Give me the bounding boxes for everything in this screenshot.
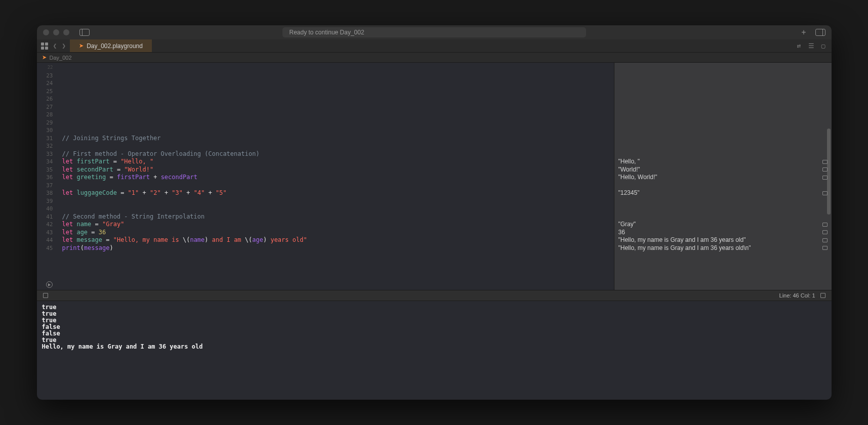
result-line xyxy=(614,95,832,103)
inline-results-icon[interactable]: ⇄ xyxy=(797,42,801,50)
results-sidebar: "Hello, ""World!""Hello, World!""12345""… xyxy=(614,63,832,290)
tab-active[interactable]: ➤ Day_002.playground xyxy=(70,39,152,52)
result-line xyxy=(614,119,832,127)
result-line xyxy=(614,111,832,119)
add-editor-icon[interactable]: ▢ xyxy=(821,42,825,50)
result-line xyxy=(614,72,832,80)
result-line: "Hello, " xyxy=(614,158,832,166)
quicklook-icon[interactable] xyxy=(822,191,828,195)
nav-back-icon[interactable]: ❮ xyxy=(53,42,57,50)
quicklook-icon[interactable] xyxy=(822,160,828,164)
result-line: "Gray" xyxy=(614,221,832,229)
quicklook-icon[interactable] xyxy=(822,167,828,172)
cursor-position: Line: 46 Col: 1 xyxy=(779,292,815,299)
result-line: "Hello, my name is Gray and I am 36 year… xyxy=(614,236,832,244)
swift-icon: ➤ xyxy=(79,42,84,49)
result-line xyxy=(614,150,832,158)
result-line xyxy=(614,135,832,143)
quicklook-icon[interactable] xyxy=(822,238,828,242)
activity-status-text: Ready to continue Day_002 xyxy=(290,29,364,36)
result-line: 36 xyxy=(614,229,832,237)
add-tab-button[interactable]: + xyxy=(801,28,806,37)
window-titlebar: Ready to continue Day_002 + xyxy=(37,25,832,39)
quicklook-icon[interactable] xyxy=(822,230,828,234)
close-window-button[interactable] xyxy=(43,29,49,35)
related-items-icon[interactable] xyxy=(41,42,48,50)
quicklook-icon[interactable] xyxy=(822,246,828,250)
code-area[interactable]: // Joining Strings Together // First met… xyxy=(57,63,614,290)
run-playground-button[interactable] xyxy=(46,281,53,288)
toggle-debug-area-icon[interactable] xyxy=(820,293,825,298)
result-line xyxy=(614,213,832,221)
result-line xyxy=(614,126,832,135)
line-number-gutter: 2223242526272829303132333435363738394041… xyxy=(37,63,57,290)
result-line xyxy=(614,182,832,190)
toggle-navigator-icon[interactable] xyxy=(79,29,90,36)
traffic-lights xyxy=(43,29,69,35)
result-line: "12345" xyxy=(614,189,832,197)
breadcrumb-item: Day_002 xyxy=(50,55,72,61)
tab-bar: ❮ ❯ ➤ Day_002.playground ⇄ ☰ ▢ xyxy=(37,39,832,53)
swift-icon: ➤ xyxy=(42,54,47,61)
activity-status-bar[interactable]: Ready to continue Day_002 xyxy=(282,27,586,37)
zoom-window-button[interactable] xyxy=(63,29,69,35)
quicklook-icon[interactable] xyxy=(822,223,828,227)
result-line xyxy=(614,205,832,213)
result-line: "Hello, my name is Gray and I am 36 year… xyxy=(614,244,832,252)
result-line xyxy=(614,64,832,72)
breadcrumb[interactable]: ➤ Day_002 xyxy=(37,53,832,63)
console-output[interactable]: true true true false false true Hello, m… xyxy=(37,301,832,400)
result-line xyxy=(614,79,832,88)
adjust-editor-options-icon[interactable]: ☰ xyxy=(808,42,814,50)
result-line xyxy=(614,142,832,150)
result-line xyxy=(614,197,832,205)
result-line xyxy=(614,103,832,111)
debug-area-toolbar: Line: 46 Col: 1 xyxy=(37,290,832,301)
toggle-inspector-icon[interactable] xyxy=(815,29,825,36)
minimize-window-button[interactable] xyxy=(53,29,59,35)
tab-label: Day_002.playground xyxy=(87,42,143,50)
code-editor[interactable]: 2223242526272829303132333435363738394041… xyxy=(37,63,614,290)
result-line: "Hello, World!" xyxy=(614,174,832,182)
quicklook-icon[interactable] xyxy=(822,176,828,180)
result-line xyxy=(614,88,832,96)
toggle-output-icon[interactable] xyxy=(43,293,48,298)
nav-forward-icon[interactable]: ❯ xyxy=(62,42,66,50)
result-line: "World!" xyxy=(614,166,832,174)
